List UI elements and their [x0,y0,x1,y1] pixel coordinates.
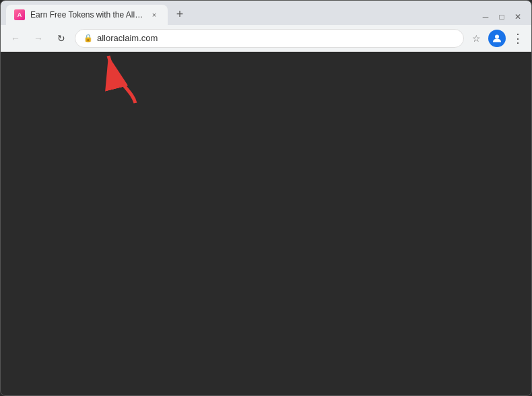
svg-point-0 [495,34,499,38]
reload-button[interactable]: ↻ [52,29,71,48]
minimize-button[interactable]: ─ [480,11,491,22]
forward-button[interactable]: → [29,29,48,48]
close-button[interactable]: ✕ [512,11,523,22]
address-bar-row: ← → ↻ 🔒 alloraclaim.com ☆ ⋮ [1,25,531,52]
window-controls: ─ □ ✕ [480,11,523,25]
maximize-button[interactable]: □ [496,11,507,22]
profile-avatar[interactable] [488,30,506,47]
tab-bar: A Earn Free Tokens with the Allo... × + … [1,1,531,25]
browser-window: A Earn Free Tokens with the Allo... × + … [0,0,532,396]
browser-body: Eligibility Claim ! Connect your wallet … [1,52,531,395]
lock-icon: 🔒 [84,34,93,42]
address-bar[interactable]: 🔒 alloraclaim.com [75,29,464,48]
active-tab[interactable]: A Earn Free Tokens with the Allo... × [6,5,168,25]
new-tab-button[interactable]: + [170,5,189,24]
menu-icon[interactable]: ⋮ [510,30,526,46]
url-text: alloraclaim.com [97,33,455,43]
back-button[interactable]: ← [6,29,25,48]
tab-title: Earn Free Tokens with the Allo... [30,10,143,20]
tab-close-button[interactable]: × [149,9,160,20]
tab-favicon: A [14,9,25,20]
bookmark-icon[interactable]: ☆ [468,30,484,46]
